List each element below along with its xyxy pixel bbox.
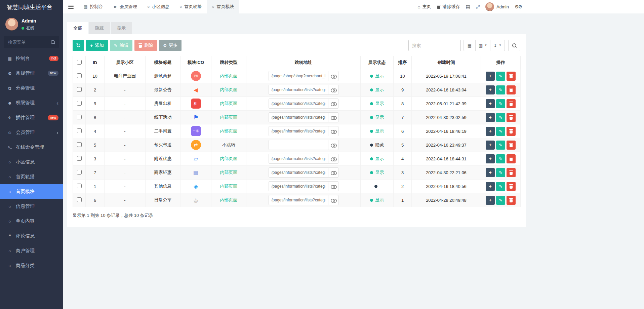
jump-url-input[interactable] [269,167,328,178]
sidebar-item-首页轮播[interactable]: ○ 首页轮播 [0,169,63,184]
more-button[interactable]: ⚙ 更多 [159,40,182,51]
fullscreen-icon[interactable]: ⤢ [476,4,480,10]
delete-row-button[interactable] [507,127,516,136]
filter-tab-隐藏[interactable]: 隐藏 [89,22,110,34]
table-search-input[interactable] [408,40,461,51]
refresh-button[interactable]: ↻ [73,40,84,51]
edit-row-button[interactable]: ✎ [496,85,505,94]
delete-row-button[interactable] [507,85,516,94]
filter-tab-全部[interactable]: 全部 [67,22,88,34]
dragsort-button[interactable]: + [486,196,495,205]
edit-row-button[interactable]: ✎ [496,141,505,150]
link-button[interactable] [328,126,338,136]
row-checkbox[interactable] [77,115,82,119]
edit-row-button[interactable]: ✎ [496,72,505,81]
sidebar-item-权限管理[interactable]: ☻ 权限管理 ‹ [0,95,63,110]
link-button[interactable] [328,195,338,205]
clear-cache-link[interactable]: 清除缓存 [437,4,460,10]
jump-url-input[interactable] [269,112,328,122]
row-checkbox[interactable] [77,197,82,202]
sidebar-item-商户管理[interactable]: ○ 商户管理 [0,243,63,258]
delete-row-button[interactable] [507,113,516,122]
sidebar-item-单页内容[interactable]: ○ 单页内容 [0,214,63,229]
columns-button[interactable]: ▥▼ [476,40,490,51]
jump-url-input[interactable] [269,154,328,164]
row-checkbox[interactable] [77,156,82,161]
link-button[interactable] [328,71,338,81]
home-link[interactable]: ⌂ 主页 [417,4,431,10]
row-checkbox[interactable] [77,142,82,147]
column-header-ID[interactable]: ID [86,56,105,69]
sidebar-item-小区信息[interactable]: ○ 小区信息 [0,155,63,169]
sidebar-item-控制台[interactable]: ▦ 控制台 hot [0,51,63,66]
edit-row-button[interactable]: ✎ [496,168,505,177]
link-button[interactable] [328,85,338,95]
dragsort-button[interactable]: + [486,127,495,136]
dragsort-button[interactable]: + [486,85,495,94]
filter-tab-显示[interactable]: 显示 [111,22,132,34]
sidebar-item-常规管理[interactable]: ⚙ 常规管理 new [0,66,63,81]
edit-row-button[interactable]: ✎ [496,182,505,191]
settings-gears-icon[interactable]: ⚙⚙ [515,4,522,9]
column-header-跳转类型[interactable]: 跳转类型 [211,56,246,69]
select-all-checkbox[interactable] [77,60,82,65]
delete-row-button[interactable] [507,72,516,81]
export-button[interactable]: ↧▼ [490,40,505,51]
row-checkbox[interactable] [77,73,82,78]
edit-row-button[interactable]: ✎ [496,154,505,163]
jump-url-input[interactable] [269,71,328,81]
user-menu[interactable]: Admin [485,2,509,11]
page-icon[interactable]: ▤ [466,4,470,9]
delete-row-button[interactable] [507,154,516,163]
dragsort-button[interactable]: + [486,168,495,177]
search-toggle-button[interactable] [508,40,520,51]
jump-url-input[interactable] [269,181,328,191]
column-header-操作[interactable]: 操作 [481,56,521,69]
column-header-模块标题[interactable]: 模块标题 [146,56,180,69]
column-header-展示状态[interactable]: 展示状态 [361,56,394,69]
edit-row-button[interactable]: ✎ [496,99,505,108]
delete-row-button[interactable] [507,196,516,205]
sidebar-item-商品分类[interactable]: ○ 商品分类 [0,258,63,273]
delete-row-button[interactable] [507,168,516,177]
delete-button[interactable]: 删除 [134,40,157,51]
link-button[interactable] [328,112,338,122]
edit-row-button[interactable]: ✎ [496,113,505,122]
row-checkbox[interactable] [77,184,82,188]
link-button[interactable] [328,154,338,164]
column-header-排序[interactable]: 排序 [394,56,412,69]
tab-首页模块[interactable]: ○ 首页模块 [207,0,239,13]
link-button[interactable] [328,140,338,150]
row-checkbox[interactable] [77,87,82,92]
sidebar-item-会员管理[interactable]: ☺ 会员管理 ‹ [0,125,63,140]
jump-url-input[interactable] [269,140,328,150]
link-button[interactable] [328,99,338,109]
dragsort-button[interactable]: + [486,154,495,163]
dragsort-button[interactable]: + [486,182,495,191]
tab-会员管理[interactable]: ☻ 会员管理 [108,0,142,13]
link-button[interactable] [328,167,338,178]
jump-url-input[interactable] [269,99,328,109]
sidebar-item-在线命令管理[interactable]: >_ 在线命令管理 [0,140,63,155]
sidebar-item-信息管理[interactable]: ○ 信息管理 [0,199,63,214]
tab-首页轮播[interactable]: ○ 首页轮播 [174,0,207,13]
sidebar-item-插件管理[interactable]: ✈ 插件管理 new [0,110,63,125]
link-button[interactable] [328,181,338,191]
edit-row-button[interactable]: ✎ [496,196,505,205]
column-header-跳转地址[interactable]: 跳转地址 [246,56,361,69]
delete-row-button[interactable] [507,99,516,108]
dragsort-button[interactable]: + [486,72,495,81]
dragsort-button[interactable]: + [486,113,495,122]
dragsort-button[interactable]: + [486,141,495,150]
row-checkbox[interactable] [77,128,82,133]
edit-button[interactable]: ✎ 编辑 [110,40,132,51]
view-toggle-button[interactable]: ▦ [464,40,476,51]
tab-小区信息[interactable]: ○ 小区信息 [142,0,174,13]
delete-row-button[interactable] [507,141,516,150]
row-checkbox[interactable] [77,170,82,175]
column-header-创建时间[interactable]: 创建时间 [412,56,481,69]
menu-toggle-icon[interactable] [63,0,79,13]
sidebar-item-分类管理[interactable]: ✿ 分类管理 [0,81,63,95]
sidebar-item-评论信息[interactable]: ❝ 评论信息 [0,229,63,243]
sidebar-item-首页模块[interactable]: ○ 首页模块 [0,184,63,199]
